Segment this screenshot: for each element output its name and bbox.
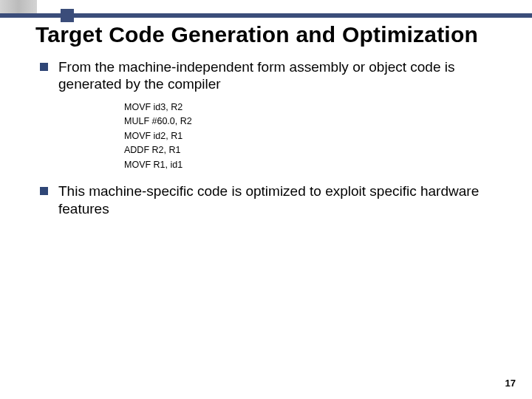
slide-title: Target Code Generation and Optimization (35, 22, 502, 48)
top-rule (0, 13, 532, 18)
code-line: ADDF R2, R1 (124, 143, 502, 157)
bullet-item: From the machine-independent form assemb… (40, 58, 502, 94)
bullet-marker-icon (40, 187, 48, 195)
bullet-text: From the machine-independent form assemb… (58, 58, 502, 94)
code-line: MOVF R1, id1 (124, 158, 502, 172)
page-number: 17 (505, 378, 516, 389)
bullet-item: This machine-specific code is optimized … (40, 183, 502, 218)
code-line: MULF #60.0, R2 (124, 115, 502, 129)
assembly-code-block: MOVF id3, R2 MULF #60.0, R2 MOVF id2, R1… (124, 100, 502, 172)
slide-content: Target Code Generation and Optimization … (35, 22, 502, 377)
bullet-text: This machine-specific code is optimized … (58, 183, 502, 218)
bullet-marker-icon (40, 63, 48, 71)
code-line: MOVF id3, R2 (124, 100, 502, 115)
code-line: MOVF id2, R1 (124, 129, 502, 143)
